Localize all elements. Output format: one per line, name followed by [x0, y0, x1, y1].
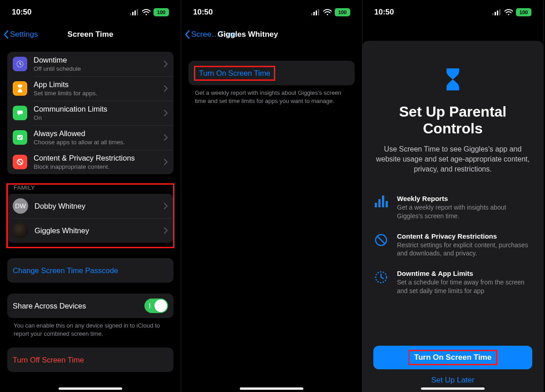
- set-up-later-button[interactable]: Set Up Later: [431, 376, 474, 385]
- feature-weekly-reports: Weekly Reports Get a weekly report with …: [373, 195, 532, 220]
- share-toggle[interactable]: |: [144, 299, 168, 313]
- svg-rect-10: [386, 201, 388, 207]
- share-footer: You can enable this on any device signed…: [14, 322, 167, 338]
- sheet-description: Use Screen Time to see Giggles's app and…: [373, 144, 532, 175]
- content-privacy-icon: [13, 155, 27, 169]
- family-section-highlight: Family DW Dobby Whitney Giggles Whitney: [7, 184, 173, 247]
- battery-icon: 100: [516, 8, 531, 16]
- feature-title: Content & Privacy Restrictions: [397, 232, 532, 240]
- row-subtitle: Off until schedule: [34, 65, 164, 73]
- chevron-right-icon: [164, 134, 168, 141]
- svg-rect-7: [375, 203, 377, 207]
- row-subtitle: On: [34, 114, 164, 122]
- turn-on-highlight: Turn On Screen Time: [194, 66, 275, 81]
- turn-off-label: Turn Off Screen Time: [13, 356, 84, 364]
- child-screen-time: 10:50 100 Scree…Time Giggles Whitney Tur…: [181, 0, 362, 392]
- cellular-icon: [130, 9, 139, 15]
- parental-controls-setup: 10:50 100 Set Up Parental Controls Use S…: [362, 0, 544, 392]
- back-label: Scree…Time: [191, 30, 236, 39]
- change-passcode-label: Change Screen Time Passcode: [13, 266, 118, 275]
- row-content-privacy[interactable]: Content & Privacy Restrictions Block ina…: [7, 150, 173, 174]
- row-subtitle: Choose apps to allow at all times.: [34, 138, 164, 147]
- prohibit-icon: [373, 233, 389, 247]
- row-app-limits[interactable]: App Limits Set time limits for apps.: [7, 76, 173, 101]
- row-title: Downtime: [34, 55, 164, 65]
- avatar-initials: DW: [13, 198, 28, 214]
- communication-limits-icon: [13, 106, 27, 120]
- clock-dashed-icon: [373, 270, 389, 284]
- row-title: App Limits: [34, 80, 164, 89]
- sheet-title: Set Up Parental Controls: [373, 103, 532, 137]
- status-bar: 10:50 100: [362, 0, 543, 24]
- share-across-devices-row[interactable]: Share Across Devices |: [7, 294, 173, 318]
- feature-title: Weekly Reports: [397, 195, 532, 202]
- back-button-settings[interactable]: Settings: [4, 30, 38, 39]
- home-indicator[interactable]: [240, 387, 303, 390]
- row-downtime[interactable]: Downtime Off until schedule: [7, 52, 173, 76]
- wifi-icon: [504, 9, 513, 16]
- feature-content-privacy: Content & Privacy Restrictions Restrict …: [373, 232, 532, 258]
- cellular-icon: [311, 9, 320, 15]
- family-member-giggles[interactable]: Giggles Whitney: [7, 218, 173, 243]
- svg-rect-8: [378, 199, 381, 207]
- status-bar: 10:50 100: [181, 0, 362, 24]
- battery-icon: 100: [154, 8, 169, 16]
- home-indicator[interactable]: [59, 387, 122, 390]
- svg-rect-9: [382, 196, 384, 207]
- hourglass-icon: [442, 66, 463, 93]
- turn-on-screen-time-button[interactable]: Turn On Screen Time: [188, 61, 355, 85]
- screen-time-main: 10:50 100 Settings Screen Time Downtime …: [0, 0, 181, 392]
- chevron-right-icon: [164, 202, 168, 210]
- feature-downtime-limits: Downtime & App Limits Set a schedule for…: [373, 270, 532, 295]
- row-title: Communication Limits: [34, 104, 164, 114]
- family-name: Dobby Whitney: [35, 201, 164, 211]
- row-title: Content & Privacy Restrictions: [34, 153, 164, 163]
- feature-subtitle: Restrict settings for explicit content, …: [397, 241, 532, 258]
- turn-on-screen-time-primary-button[interactable]: Turn On Screen Time: [373, 346, 532, 369]
- bar-chart-icon: [373, 196, 389, 207]
- family-member-dobby[interactable]: DW Dobby Whitney: [7, 194, 173, 218]
- screentime-features-group: Downtime Off until schedule App Limits S…: [7, 52, 173, 174]
- feature-subtitle: Get a weekly report with insights about …: [397, 203, 532, 220]
- feature-title: Downtime & App Limits: [397, 270, 532, 277]
- family-header: Family: [14, 184, 167, 191]
- chevron-right-icon: [164, 85, 168, 92]
- family-name: Giggles Whitney: [35, 226, 164, 235]
- battery-icon: 100: [335, 8, 350, 16]
- row-always-allowed[interactable]: Always Allowed Choose apps to allow at a…: [7, 125, 173, 150]
- row-communication-limits[interactable]: Communication Limits On: [7, 101, 173, 125]
- wifi-icon: [323, 9, 332, 16]
- wifi-icon: [142, 9, 151, 16]
- cellular-icon: [492, 9, 501, 15]
- feature-subtitle: Set a schedule for time away from the sc…: [397, 278, 532, 295]
- status-bar: 10:50 100: [0, 0, 181, 24]
- primary-button-label: Turn On Screen Time: [414, 353, 491, 362]
- avatar-photo: [13, 223, 28, 238]
- chevron-right-icon: [164, 109, 168, 117]
- primary-button-highlight: Turn On Screen Time: [408, 350, 497, 365]
- turn-off-screen-time-button[interactable]: Turn Off Screen Time: [7, 348, 173, 372]
- chevron-right-icon: [164, 60, 168, 68]
- status-time: 10:50: [193, 8, 213, 17]
- back-button-screentime[interactable]: Scree…Time: [185, 30, 236, 39]
- row-title: Always Allowed: [34, 129, 164, 138]
- share-label: Share Across Devices: [13, 301, 144, 311]
- turn-on-footer: Get a weekly report with insights about …: [195, 89, 348, 105]
- chevron-right-icon: [164, 158, 168, 166]
- always-allowed-icon: [13, 130, 27, 145]
- page-title: Giggles Whitney: [218, 30, 362, 39]
- back-label: Settings: [10, 30, 38, 39]
- setup-sheet: Set Up Parental Controls Use Screen Time…: [362, 41, 543, 392]
- home-indicator[interactable]: [421, 387, 485, 390]
- status-time: 10:50: [374, 8, 394, 17]
- status-time: 10:50: [12, 8, 31, 17]
- chevron-right-icon: [164, 227, 168, 234]
- change-passcode-button[interactable]: Change Screen Time Passcode: [7, 258, 173, 283]
- app-limits-icon: [13, 81, 27, 96]
- row-subtitle: Block inappropriate content.: [34, 163, 164, 171]
- downtime-icon: [13, 57, 27, 71]
- row-subtitle: Set time limits for apps.: [34, 89, 164, 98]
- turn-on-label: Turn On Screen Time: [199, 69, 270, 77]
